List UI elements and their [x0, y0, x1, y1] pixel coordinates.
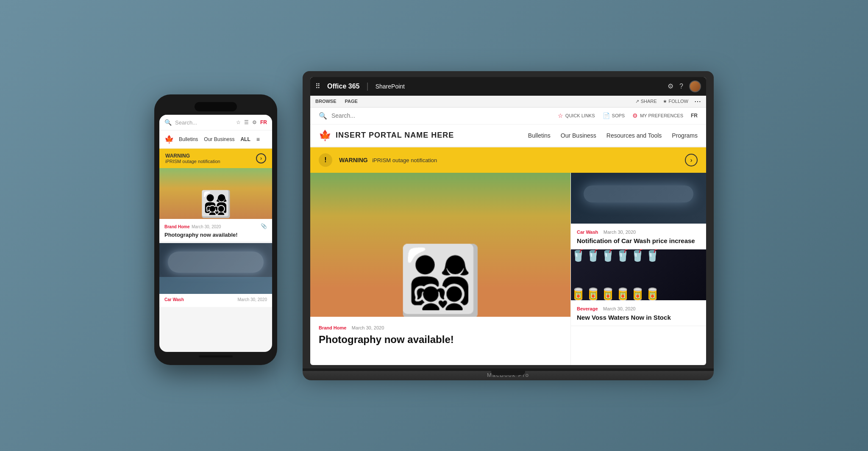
phone-carwash-photo	[159, 243, 272, 294]
phone-article-1-title: Photography now available!	[164, 232, 267, 238]
laptop-device-wrapper: ⠿ Office 365 | SharePoint ⚙ ? BROWSE PAG…	[303, 71, 714, 380]
portal-search-icon: 🔍	[319, 112, 327, 120]
side-article-carwash-category: Car Wash	[577, 230, 598, 235]
beverage-image-art	[571, 249, 706, 300]
sops-icon: 📄	[603, 112, 610, 119]
laptop-device: ⠿ Office 365 | SharePoint ⚙ ? BROWSE PAG…	[303, 71, 714, 368]
main-article-category: Brand Home	[319, 325, 346, 330]
user-avatar[interactable]	[689, 80, 701, 92]
quick-links-button[interactable]: ☆ QUICK LINKS	[558, 112, 595, 119]
side-article-carwash[interactable]: Car Wash March 30, 2020 Notification of …	[571, 173, 706, 249]
laptop-warning-banner[interactable]: ! WARNING iPRISM outage notification ›	[310, 147, 706, 173]
main-article-date: March 30, 2020	[352, 325, 384, 330]
o365-separator: |	[366, 81, 368, 91]
phone-nav-all[interactable]: ALL	[240, 136, 250, 142]
share-button[interactable]: ↗ SHARE	[635, 99, 657, 104]
portal-name-label: INSERT PORTAL NAME HERE	[336, 131, 454, 140]
menu-item-our-business[interactable]: Our Business	[561, 130, 596, 141]
fr-language-button[interactable]: FR	[691, 113, 698, 119]
laptop-warning-subtitle: iPRISM outage notification	[372, 157, 437, 163]
phone-article-1-meta: Brand Home March 30, 2020 📎	[164, 222, 267, 230]
content-grid: Brand Home March 30, 2020 Photography no…	[310, 173, 706, 365]
phone-nav-our-business[interactable]: Our Business	[204, 136, 234, 142]
phone-article-1-body: Brand Home March 30, 2020 📎 Photography …	[159, 219, 272, 241]
phone-warning-content: WARNING iPRISM outage notification	[165, 153, 220, 164]
phone-filter-icon[interactable]: ⚙	[252, 119, 257, 125]
phone-device-wrapper: 🔍 Search... ☆ ☰ ⚙ FR 🍁 Bulletins Our Bus…	[154, 94, 277, 365]
side-article-beverage-title: New Voss Waters Now in Stock	[577, 314, 700, 321]
sharepoint-tab-bar: BROWSE PAGE ↗ SHARE ★ FOLLOW ⋯	[310, 96, 706, 108]
warning-arrow-button[interactable]: ›	[685, 154, 698, 166]
side-article-beverage-date: March 30, 2020	[603, 306, 635, 311]
portal-main-menu: Bulletins Our Business Resources and Too…	[528, 130, 698, 141]
side-article-beverage[interactable]: Beverage March 30, 2020 New Voss Waters …	[571, 249, 706, 326]
phone-article-1-clip-icon: 📎	[261, 223, 267, 229]
phone-article-1-date: March 30, 2020	[192, 224, 221, 229]
portal-search-input[interactable]	[331, 112, 554, 119]
menu-item-bulletins[interactable]: Bulletins	[528, 130, 551, 141]
tab-browse[interactable]: BROWSE	[315, 99, 337, 104]
phone-nav-items: Bulletins Our Business ALL ≡	[179, 136, 260, 143]
phone-article-2-meta: Car Wash March 30, 2020	[164, 297, 267, 302]
side-article-carwash-title: Notification of Car Wash price increase	[577, 237, 700, 245]
sops-button[interactable]: 📄 SOPS	[603, 112, 625, 119]
side-article-carwash-meta: Car Wash March 30, 2020	[577, 228, 700, 235]
settings-icon[interactable]: ⚙	[668, 82, 673, 90]
portal-brand: 🍁 INSERT PORTAL NAME HERE	[319, 130, 528, 141]
my-preferences-button[interactable]: ⚙ MY PREFERENCES	[632, 112, 683, 119]
phone-home-bar	[199, 355, 233, 357]
side-article-carwash-body: Car Wash March 30, 2020 Notification of …	[571, 224, 706, 249]
phone-list-icon[interactable]: ☰	[244, 119, 249, 125]
sharepoint-actions: ↗ SHARE ★ FOLLOW ⋯	[635, 97, 701, 105]
warning-text-block: WARNING iPRISM outage notification	[339, 156, 678, 164]
share-label: SHARE	[641, 99, 657, 104]
phone-nav-bulletins[interactable]: Bulletins	[179, 136, 198, 142]
follow-icon: ★	[663, 99, 667, 104]
phone-screen: 🔍 Search... ☆ ☰ ⚙ FR 🍁 Bulletins Our Bus…	[159, 115, 272, 352]
phone-bookmark-icon[interactable]: ☆	[236, 119, 241, 125]
phone-article-1-image	[159, 168, 272, 219]
phone-nav: 🍁 Bulletins Our Business ALL ≡	[159, 130, 272, 149]
office365-bar: ⠿ Office 365 | SharePoint ⚙ ?	[310, 77, 706, 96]
phone-warning-arrow-icon[interactable]: ›	[256, 153, 266, 163]
preferences-label: MY PREFERENCES	[640, 113, 683, 118]
menu-item-resources[interactable]: Resources and Tools	[606, 130, 662, 141]
follow-button[interactable]: ★ FOLLOW	[663, 99, 688, 104]
side-article-beverage-image	[571, 249, 706, 300]
menu-item-programs[interactable]: Programs	[672, 130, 698, 141]
main-article[interactable]: Brand Home March 30, 2020 Photography no…	[310, 173, 570, 365]
quick-links-label: QUICK LINKS	[565, 113, 595, 118]
phone-menu-icon[interactable]: ≡	[256, 136, 260, 143]
side-article-beverage-body: Beverage March 30, 2020 New Voss Waters …	[571, 300, 706, 326]
o365-actions: ⚙ ?	[668, 80, 701, 92]
quick-links-icon: ☆	[558, 112, 563, 119]
portal-toolbar: ☆ QUICK LINKS 📄 SOPS ⚙ MY PREFERENCES FR	[558, 112, 698, 119]
side-article-carwash-image	[571, 173, 706, 224]
laptop-base: MacBook Pro	[303, 368, 714, 380]
preferences-icon: ⚙	[632, 112, 638, 119]
portal-maple-leaf-icon: 🍁	[319, 130, 331, 141]
phone-search-bar: 🔍 Search... ☆ ☰ ⚙ FR	[159, 115, 272, 130]
main-article-title: Photography now available!	[319, 334, 562, 346]
phone-search-icon: 🔍	[164, 119, 172, 126]
portal-search-bar: 🔍 ☆ QUICK LINKS 📄 SOPS ⚙ MY PREFERENCES	[310, 108, 706, 125]
phone-toolbar-icons: ☆ ☰ ⚙ FR	[236, 119, 267, 125]
laptop-screen: ⠿ Office 365 | SharePoint ⚙ ? BROWSE PAG…	[310, 77, 706, 365]
phone-warning-banner[interactable]: WARNING iPRISM outage notification ›	[159, 149, 272, 168]
phone-article-2[interactable]: Car Wash March 30, 2020	[159, 243, 272, 307]
grid-icon[interactable]: ⠿	[315, 82, 320, 90]
office365-label: Office 365	[327, 83, 359, 90]
phone-maple-leaf-icon: 🍁	[164, 135, 174, 144]
main-article-body: Brand Home March 30, 2020 Photography no…	[310, 317, 570, 353]
help-icon[interactable]: ?	[679, 83, 683, 90]
side-article-beverage-category: Beverage	[577, 306, 598, 311]
phone-article-1[interactable]: Brand Home March 30, 2020 📎 Photography …	[159, 168, 272, 241]
warning-circle-icon: !	[319, 153, 332, 167]
tab-page[interactable]: PAGE	[345, 99, 358, 104]
more-actions-icon[interactable]: ⋯	[694, 97, 701, 105]
side-articles: Car Wash March 30, 2020 Notification of …	[570, 173, 706, 365]
phone-search-placeholder[interactable]: Search...	[175, 119, 233, 126]
phone-fr-button[interactable]: FR	[260, 119, 267, 125]
sharepoint-label[interactable]: SharePoint	[376, 83, 405, 90]
sops-label: SOPS	[612, 113, 625, 118]
